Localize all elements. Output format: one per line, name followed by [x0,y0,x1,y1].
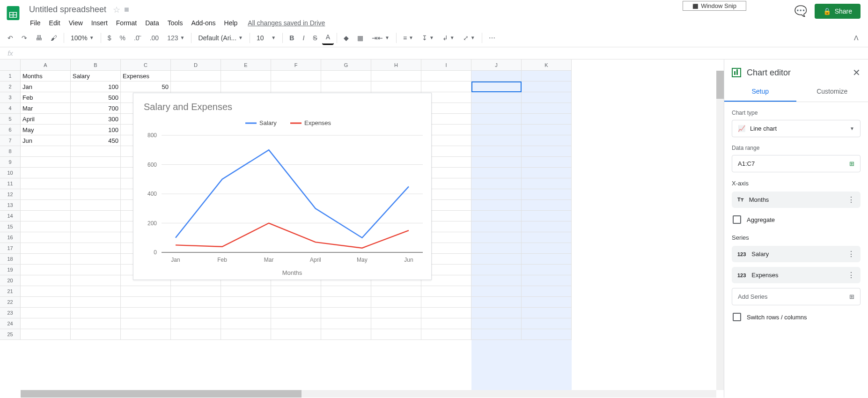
select-range-icon[interactable]: ⊞ [849,293,854,300]
cell-B15[interactable] [71,221,121,232]
more-formats-button[interactable]: 123▼ [163,31,188,44]
cell-H24[interactable] [371,318,421,329]
row-header-16[interactable]: 16 [0,232,21,243]
cell-D25[interactable] [171,329,221,340]
cell-J24[interactable] [471,318,522,329]
cell-B3[interactable]: 500 [71,92,121,103]
col-header-A[interactable]: A [21,59,71,71]
cell-J14[interactable] [471,211,522,221]
halign-button[interactable]: ≡ ▼ [399,31,417,44]
col-header-J[interactable]: J [471,59,522,71]
cell-K19[interactable] [522,265,572,275]
cell-K22[interactable] [522,297,572,308]
more-menu-icon[interactable]: ⋮ [847,195,855,204]
cell-D1[interactable] [171,71,221,81]
cell-G21[interactable] [321,286,371,297]
col-header-H[interactable]: H [371,59,421,71]
row-header-12[interactable]: 12 [0,189,21,200]
strike-button[interactable]: S [309,31,321,44]
borders-button[interactable]: ▦ [353,31,367,44]
cell-B10[interactable] [71,168,121,178]
embedded-chart[interactable]: Salary and ExpensesSalaryExpenses0200400… [133,93,432,280]
cell-A21[interactable] [21,286,71,297]
cell-K9[interactable] [522,157,572,168]
cell-J5[interactable] [471,114,522,125]
cell-A3[interactable]: Feb [21,92,71,103]
cell-H1[interactable] [371,71,421,81]
col-header-D[interactable]: D [171,59,221,71]
cell-J21[interactable] [471,286,522,297]
row-header-9[interactable]: 9 [0,157,21,168]
row-header-11[interactable]: 11 [0,178,21,189]
font-size-select[interactable]: 10 ▼ [253,31,280,44]
cell-B17[interactable] [71,243,121,254]
cell-C22[interactable] [121,297,171,308]
cell-C2[interactable]: 50 [121,81,171,92]
switch-rows-cols-checkbox[interactable]: Switch rows / columns [732,310,861,324]
cell-J8[interactable] [471,146,522,157]
more-menu-icon[interactable]: ⋮ [847,250,855,258]
cell-B21[interactable] [71,286,121,297]
cell-K25[interactable] [522,329,572,340]
cell-K5[interactable] [522,114,572,125]
cell-D22[interactable] [171,297,221,308]
cell-H22[interactable] [371,297,421,308]
cell-G22[interactable] [321,297,371,308]
close-sidebar-button[interactable]: ✕ [853,67,861,78]
row-header-21[interactable]: 21 [0,286,21,297]
cell-H25[interactable] [371,329,421,340]
collapse-toolbar-button[interactable]: ᐱ [850,31,862,44]
cell-I23[interactable] [421,308,471,318]
row-header-25[interactable]: 25 [0,329,21,340]
cell-C24[interactable] [121,318,171,329]
cell-I1[interactable] [421,71,471,81]
row-header-20[interactable]: 20 [0,275,21,286]
cell-A23[interactable] [21,308,71,318]
cell-K13[interactable] [522,200,572,211]
xaxis-chip[interactable]: Tᴛ Months ⋮ [732,192,861,208]
cell-B23[interactable] [71,308,121,318]
cell-E1[interactable] [221,71,271,81]
cell-A12[interactable] [21,189,71,200]
cell-E21[interactable] [221,286,271,297]
decrease-decimal-button[interactable]: .0⃖ [130,31,145,44]
col-header-C[interactable]: C [121,59,171,71]
cell-G1[interactable] [321,71,371,81]
doc-title[interactable]: Untitled spreadsheet [26,4,109,15]
cell-J6[interactable] [471,125,522,135]
cell-G24[interactable] [321,318,371,329]
series-chip-salary[interactable]: 123 Salary ⋮ [732,246,861,262]
row-header-3[interactable]: 3 [0,92,21,103]
save-status[interactable]: All changes saved in Drive [248,19,325,27]
cell-B22[interactable] [71,297,121,308]
cell-A4[interactable]: Mar [21,103,71,114]
text-color-button[interactable]: A [322,30,334,45]
cell-B14[interactable] [71,211,121,221]
row-header-10[interactable]: 10 [0,168,21,178]
zoom-select[interactable]: 100% ▼ [67,31,98,44]
cell-A24[interactable] [21,318,71,329]
cell-K16[interactable] [522,232,572,243]
cell-B19[interactable] [71,265,121,275]
cell-B16[interactable] [71,232,121,243]
cell-A7[interactable]: Jun [21,135,71,146]
cell-A10[interactable] [21,168,71,178]
row-header-18[interactable]: 18 [0,254,21,265]
cell-J22[interactable] [471,297,522,308]
cell-K3[interactable] [522,92,572,103]
vertical-scrollbar[interactable] [716,71,724,390]
cell-A5[interactable]: April [21,114,71,125]
row-header-15[interactable]: 15 [0,221,21,232]
series-chip-expenses[interactable]: 123 Expenses ⋮ [732,267,861,283]
redo-button[interactable]: ↷ [18,31,31,44]
row-header-1[interactable]: 1 [0,71,21,81]
cell-J13[interactable] [471,200,522,211]
select-range-icon[interactable]: ⊞ [849,160,854,167]
move-folder-icon[interactable]: ■ [124,5,129,15]
cell-A19[interactable] [21,265,71,275]
currency-button[interactable]: $ [104,31,115,44]
rotate-button[interactable]: ⤢ ▼ [459,31,479,44]
chart-type-select[interactable]: 📈 Line chart ▼ [732,120,861,137]
cell-A13[interactable] [21,200,71,211]
fill-color-button[interactable]: ◆ [340,31,353,44]
